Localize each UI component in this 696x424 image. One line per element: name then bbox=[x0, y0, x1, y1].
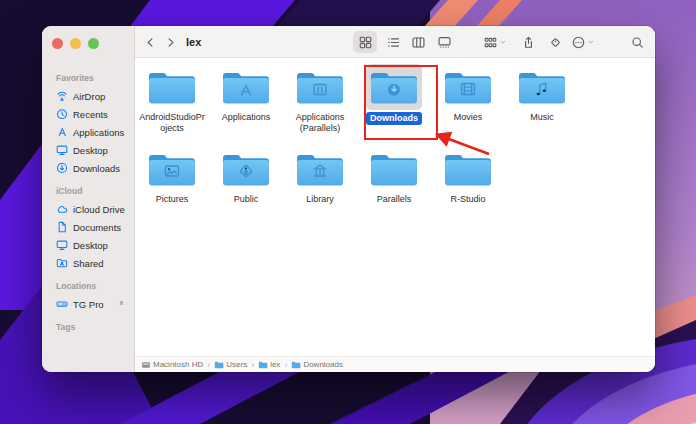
appstore-icon bbox=[56, 126, 68, 138]
folder-item-downloads[interactable]: Downloads bbox=[357, 64, 431, 133]
folder-item-r-studio[interactable]: R-Studio bbox=[431, 146, 505, 205]
folder-icon-parallels bbox=[292, 64, 348, 110]
sidebar-item-label: Desktop bbox=[73, 145, 108, 156]
airdrop-icon bbox=[56, 90, 68, 102]
sidebar-item-desktop[interactable]: Desktop bbox=[54, 236, 134, 254]
shared-folder-icon bbox=[56, 257, 68, 269]
list-view-button[interactable] bbox=[381, 31, 405, 53]
folder-icon bbox=[366, 146, 422, 192]
sidebar-item-label: Documents bbox=[73, 222, 121, 233]
forward-button[interactable] bbox=[159, 31, 181, 53]
close-button[interactable] bbox=[52, 38, 63, 49]
sidebar-item-airdrop[interactable]: AirDrop bbox=[54, 87, 134, 105]
download-circle-icon bbox=[56, 162, 68, 174]
cloud-icon bbox=[56, 203, 68, 215]
minimize-button[interactable] bbox=[70, 38, 81, 49]
sidebar-item-downloads[interactable]: Downloads bbox=[54, 159, 134, 177]
list-view-icon bbox=[387, 36, 400, 49]
back-button[interactable] bbox=[139, 31, 161, 53]
folder-label: R-Studio bbox=[448, 194, 487, 205]
folder-item-parallels[interactable]: Parallels bbox=[357, 146, 431, 205]
folder-row-2: Pictures Public Library Parallels R-Stud… bbox=[135, 146, 579, 205]
path-item-users[interactable]: Users bbox=[214, 360, 247, 370]
path-separator: › bbox=[284, 360, 287, 370]
folder-item-music[interactable]: Music bbox=[505, 64, 579, 133]
search-icon bbox=[631, 36, 644, 49]
mini-folder-icon bbox=[291, 360, 301, 370]
gallery-view-button[interactable] bbox=[432, 31, 456, 53]
folder-row-1: AndroidStudioProjects Applications Appli… bbox=[135, 64, 579, 133]
sidebar-item-label: iCloud Drive bbox=[73, 204, 125, 215]
group-by-button[interactable] bbox=[479, 31, 511, 53]
column-view-button[interactable] bbox=[406, 31, 430, 53]
sidebar-section-favorites: Favorites bbox=[56, 73, 134, 83]
folder-icon bbox=[144, 64, 200, 110]
folder-label: AndroidStudioProjects bbox=[136, 112, 208, 133]
path-bar: Macintosh HD›Users›lex›Downloads bbox=[135, 356, 655, 372]
sidebar-item-icloud-drive[interactable]: iCloud Drive bbox=[54, 200, 134, 218]
folder-label: Music bbox=[528, 112, 556, 123]
folder-icon-download bbox=[366, 64, 422, 110]
folder-label: Downloads bbox=[366, 112, 422, 125]
folder-icon-library bbox=[292, 146, 348, 192]
sidebar-item-shared[interactable]: Shared bbox=[54, 254, 134, 272]
folder-label: Applications bbox=[220, 112, 273, 123]
sidebar-item-label: AirDrop bbox=[73, 91, 105, 102]
path-item-label: lex bbox=[270, 360, 280, 369]
zoom-button[interactable] bbox=[88, 38, 99, 49]
folder-label: Movies bbox=[452, 112, 485, 123]
search-button[interactable] bbox=[625, 31, 649, 53]
folder-item-movies[interactable]: Movies bbox=[431, 64, 505, 133]
sidebar-item-applications[interactable]: Applications bbox=[54, 123, 134, 141]
mini-folder-icon bbox=[214, 360, 224, 370]
folder-icon-appstore bbox=[218, 64, 274, 110]
folder-item-library[interactable]: Library bbox=[283, 146, 357, 205]
path-item-lex[interactable]: lex bbox=[258, 360, 280, 370]
window-controls bbox=[52, 38, 99, 49]
path-item-downloads[interactable]: Downloads bbox=[291, 360, 343, 370]
harddrive-icon bbox=[56, 298, 68, 310]
path-separator: › bbox=[207, 360, 210, 370]
folder-label: Public bbox=[232, 194, 261, 205]
sidebar-item-recents[interactable]: Recents bbox=[54, 105, 134, 123]
tags-button[interactable] bbox=[543, 31, 567, 53]
sidebar-section-tags: Tags bbox=[56, 322, 134, 332]
disk-icon bbox=[141, 360, 151, 370]
folder-item-pictures[interactable]: Pictures bbox=[135, 146, 209, 205]
icon-view-button[interactable] bbox=[353, 31, 377, 53]
toolbar: lex bbox=[135, 26, 655, 58]
folder-item-public[interactable]: Public bbox=[209, 146, 283, 205]
share-button[interactable] bbox=[516, 31, 540, 53]
folder-icon-music bbox=[514, 64, 570, 110]
folder-item-androidstudioprojects[interactable]: AndroidStudioProjects bbox=[135, 64, 209, 133]
eject-icon[interactable] bbox=[117, 298, 126, 307]
more-actions-button[interactable] bbox=[567, 31, 599, 53]
tags-icon bbox=[549, 36, 562, 49]
sidebar-item-documents[interactable]: Documents bbox=[54, 218, 134, 236]
sidebar-item-label: Shared bbox=[73, 258, 104, 269]
group-by-icon bbox=[484, 36, 497, 49]
path-separator: › bbox=[251, 360, 254, 370]
sidebar-section-icloud: iCloud bbox=[56, 186, 134, 196]
folder-item-applications[interactable]: Applications bbox=[209, 64, 283, 133]
desktop: FavoritesAirDropRecentsApplicationsDeskt… bbox=[0, 0, 696, 424]
share-icon bbox=[522, 36, 535, 49]
sidebar-item-label: Downloads bbox=[73, 163, 120, 174]
sidebar-item-desktop[interactable]: Desktop bbox=[54, 141, 134, 159]
sidebar-section-locations: Locations bbox=[56, 281, 134, 291]
sidebar-item-label: Recents bbox=[73, 109, 108, 120]
path-item-label: Downloads bbox=[303, 360, 343, 369]
sidebar: FavoritesAirDropRecentsApplicationsDeskt… bbox=[42, 26, 135, 372]
folder-item-applications-parallels[interactable]: Applications (Parallels) bbox=[283, 64, 357, 133]
clock-icon bbox=[56, 108, 68, 120]
sidebar-item-tg-pro[interactable]: TG Pro bbox=[54, 295, 134, 313]
window-title: lex bbox=[186, 26, 201, 58]
mini-folder-icon bbox=[258, 360, 268, 370]
folder-icon-public bbox=[218, 146, 274, 192]
path-item-macintosh-hd[interactable]: Macintosh HD bbox=[141, 360, 203, 370]
folder-label: Parallels bbox=[375, 194, 414, 205]
sidebar-item-label: TG Pro bbox=[73, 299, 104, 310]
folder-icon bbox=[440, 146, 496, 192]
desktop-icon bbox=[56, 239, 68, 251]
gallery-view-icon bbox=[438, 36, 451, 49]
